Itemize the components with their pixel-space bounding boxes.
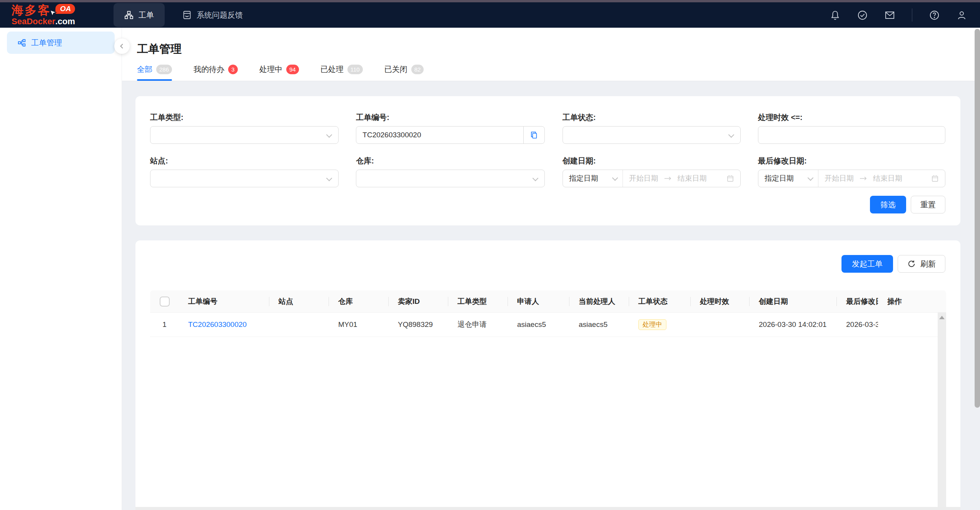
filter-submit-button[interactable]: 筛选 (870, 196, 906, 213)
brand-name-en: SeaDocker (12, 17, 55, 26)
tab-label: 全部 (137, 64, 152, 75)
filter-field-site: 站点: (150, 156, 339, 187)
cell-current-handler: asiaecs5 (569, 312, 629, 337)
created-date-range-picker[interactable]: 开始日期 结束日期 (623, 173, 740, 183)
chevron-down-icon (612, 175, 618, 181)
date-mode-value: 指定日期 (569, 173, 598, 183)
data-table: 工单编号 站点 仓库 卖家ID 工单类型 申请人 当前处理人 工单状态 处理时效… (150, 290, 946, 337)
nav-tab-work-orders[interactable]: 工单 (114, 3, 165, 27)
col-created-date: 创建日期 (750, 290, 837, 312)
cell-site (269, 312, 329, 337)
filter-field-created-date: 创建日期: 指定日期 开始日期 结束日期 (563, 156, 741, 187)
chevron-down-icon (533, 175, 539, 182)
brand-tld: .com (55, 17, 75, 26)
cell-sla (691, 312, 750, 337)
calendar-icon (931, 175, 939, 182)
cell-order-type: 退仓申请 (448, 312, 508, 337)
tab-my-todo[interactable]: 我的待办 3 (194, 64, 238, 81)
sitemap-icon (124, 10, 134, 20)
sidebar-collapse-button[interactable] (114, 38, 130, 54)
brand-logo: 海多客 OA SeaDocker.com (12, 4, 75, 26)
feedback-form-icon (182, 10, 192, 20)
tab-label: 处理中 (259, 64, 282, 75)
sidebar-item-work-order-management[interactable]: 工单管理 (7, 32, 115, 54)
tab-count-badge: 82 (411, 65, 424, 74)
nav-tab-label: 系统问题反馈 (197, 10, 243, 20)
user-icon[interactable] (957, 10, 967, 20)
tab-processing[interactable]: 处理中 94 (259, 64, 299, 81)
horizontal-scrollbar-track[interactable] (135, 507, 960, 510)
modified-date-range-picker[interactable]: 开始日期 结束日期 (818, 173, 945, 183)
nav-tabs: 工单 系统问题反馈 (114, 2, 254, 28)
refresh-button[interactable]: 刷新 (898, 255, 945, 273)
site-select[interactable] (150, 170, 339, 187)
scrollbar-up-arrow-icon[interactable] (939, 316, 945, 319)
order-no-input[interactable]: TC202603300020 (356, 131, 523, 139)
page-title: 工单管理 (137, 42, 182, 57)
chevron-down-icon (808, 175, 814, 181)
refresh-label: 刷新 (920, 259, 936, 269)
sidebar-item-label: 工单管理 (31, 38, 62, 48)
tab-label: 已关闭 (384, 64, 407, 75)
table-header-row: 工单编号 站点 仓库 卖家ID 工单类型 申请人 当前处理人 工单状态 处理时效… (150, 290, 946, 312)
filter-field-order-no: 工单编号: TC202603300020 (356, 112, 545, 144)
tab-closed[interactable]: 已关闭 82 (384, 64, 424, 81)
col-order-status: 工单状态 (629, 290, 691, 312)
col-actions: 操作 (878, 290, 938, 312)
col-order-no: 工单编号 (179, 290, 269, 312)
order-no-link[interactable]: TC202603300020 (188, 320, 247, 329)
created-date-mode-select[interactable]: 指定日期 (563, 170, 623, 187)
filter-label: 最后修改日期: (758, 156, 945, 166)
tab-count-badge: 110 (347, 65, 363, 74)
tab-count-badge: 3 (228, 65, 238, 74)
create-order-button[interactable]: 发起工单 (841, 255, 893, 273)
filter-field-order-status: 工单状态: (563, 112, 741, 144)
calendar-icon (726, 175, 734, 182)
apartment-icon (18, 39, 26, 47)
chevron-down-icon (326, 132, 332, 138)
sidebar: 工单管理 (0, 28, 122, 510)
col-modified-date: 最后修改日期 (837, 290, 878, 312)
order-type-select[interactable] (150, 126, 339, 144)
page-vertical-scrollbar-thumb[interactable] (975, 29, 980, 408)
bell-icon[interactable] (830, 10, 840, 20)
cell-actions (878, 312, 938, 337)
mail-icon[interactable] (885, 10, 895, 20)
warehouse-select[interactable] (356, 170, 545, 187)
brand-name-cn: 海多客 (12, 4, 51, 16)
active-tab-indicator (137, 79, 172, 81)
chevron-down-icon (326, 175, 332, 182)
select-all-checkbox[interactable] (160, 297, 170, 307)
filter-label: 工单编号: (356, 112, 545, 123)
filter-reset-button[interactable]: 重置 (911, 196, 945, 213)
tab-all[interactable]: 全部 286 (137, 64, 172, 81)
start-date-placeholder: 开始日期 (629, 173, 658, 183)
tab-count-badge: 286 (156, 65, 172, 74)
filter-label: 工单状态: (563, 112, 741, 123)
filter-label: 站点: (150, 156, 339, 166)
help-icon[interactable] (929, 10, 940, 20)
copy-button[interactable] (523, 127, 544, 143)
order-status-select[interactable] (563, 126, 741, 144)
top-nav: 海多客 OA SeaDocker.com 工单 (0, 2, 980, 28)
nav-right-icons (830, 8, 967, 22)
col-applicant: 申请人 (508, 290, 569, 312)
filter-panel: 工单类型: 工单编号: TC202603300020 工单状态: (135, 96, 960, 225)
filter-label: 处理时效 <=: (758, 112, 945, 123)
col-seller-id: 卖家ID (389, 290, 448, 312)
table-vertical-scrollbar[interactable] (938, 312, 946, 507)
status-tabs: 全部 286 我的待办 3 处理中 94 已处理 110 已关闭 82 (137, 64, 424, 81)
refresh-icon (907, 260, 916, 268)
check-circle-icon[interactable] (857, 10, 868, 20)
arrow-right-icon (860, 176, 867, 181)
filter-field-modified-date: 最后修改日期: 指定日期 开始日期 结束日期 (758, 156, 945, 187)
cell-created-date: 2026-03-30 14:02:01 (750, 312, 837, 337)
table-panel: 发起工单 刷新 工单编号 站点 仓库 卖家ID 工单类型 申请人 当前处理人 工… (135, 240, 960, 510)
modified-date-mode-select[interactable]: 指定日期 (758, 170, 818, 187)
tab-processed[interactable]: 已处理 110 (321, 64, 363, 81)
arrow-right-icon (664, 176, 672, 181)
sla-input[interactable] (758, 126, 945, 144)
tab-count-badge: 94 (286, 65, 299, 74)
nav-tab-system-feedback[interactable]: 系统问题反馈 (172, 3, 254, 27)
date-mode-value: 指定日期 (765, 173, 794, 183)
